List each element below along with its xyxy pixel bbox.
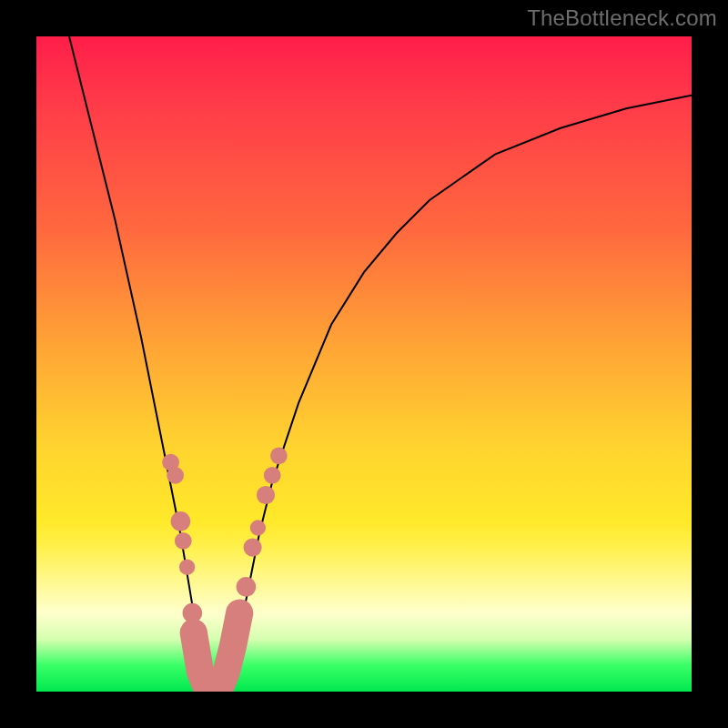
svg-point-11 (220, 656, 238, 674)
svg-point-5 (183, 603, 203, 623)
svg-point-13 (237, 577, 257, 597)
svg-point-3 (175, 532, 192, 550)
svg-point-1 (167, 467, 184, 484)
svg-point-17 (264, 467, 281, 484)
svg-point-2 (171, 511, 191, 531)
svg-point-6 (188, 631, 206, 648)
svg-point-15 (250, 520, 266, 535)
svg-point-14 (244, 539, 262, 557)
bottleneck-curve (69, 36, 692, 692)
svg-point-18 (270, 447, 288, 464)
svg-point-16 (257, 486, 275, 504)
svg-point-4 (179, 560, 195, 575)
plot-area (36, 36, 692, 692)
svg-point-12 (228, 631, 245, 648)
chart-overlay (36, 36, 692, 692)
watermark-text: TheBottleneck.com (527, 5, 717, 31)
chart-stage: TheBottleneck.com (0, 0, 728, 728)
